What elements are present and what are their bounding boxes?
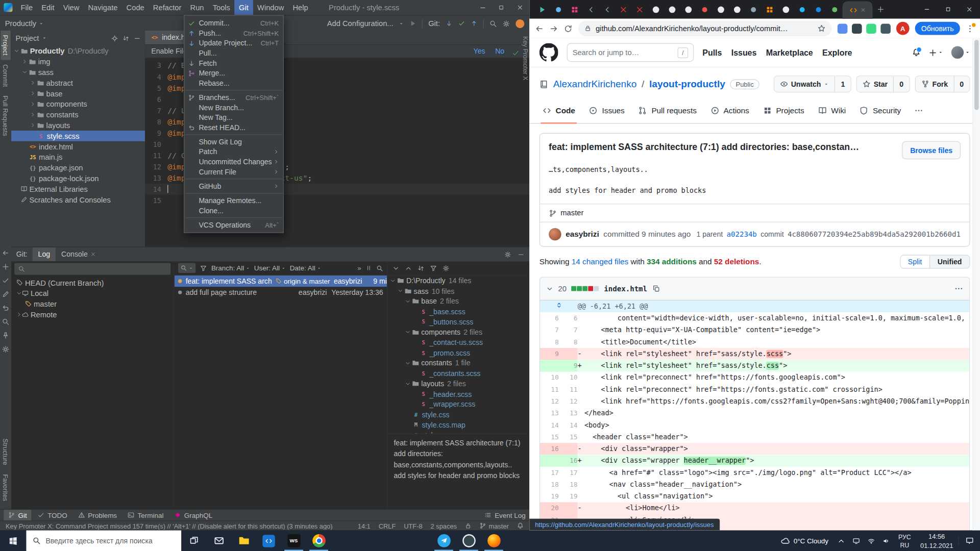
firefox[interactable] [481,531,506,551]
project-tree-item[interactable]: JSmain.js [11,152,145,163]
x-icon[interactable] [861,8,866,13]
changed-file-item[interactable]: S_constants.scss [387,368,529,379]
git-menu-item-manage-remotes[interactable]: Manage Remotes... [184,195,283,206]
diff-filename[interactable]: index.html [604,284,647,293]
branch-tree-item[interactable]: Remote [11,309,174,320]
project-tree-item[interactable]: Scratches and Consoles [11,194,145,205]
git-menu-item-reset-head[interactable]: Reset HEAD... [184,122,283,133]
screen-recorder[interactable] [456,531,481,551]
toggle-unified[interactable]: Unified [929,256,969,268]
status-14-1[interactable]: 14:1 [358,522,371,530]
user-menu[interactable] [951,46,970,59]
tool-button-todo[interactable]: TODO [33,510,71,521]
menu-help[interactable]: Help [288,0,312,15]
project-tree-item[interactable]: layouts [11,120,145,131]
changed-file-item[interactable]: components2 files [387,327,529,337]
toolwindow-pull-requests[interactable]: Pull Requests [1,91,11,140]
git-menu-item-new-tag[interactable]: New Tag... [184,112,283,122]
changed-files-link[interactable]: 14 changed files [572,258,628,266]
gear-icon[interactable] [502,20,510,28]
browser-tab[interactable] [534,1,550,17]
git-menu-item-merge[interactable]: Merge... [184,68,283,78]
search-icon[interactable] [376,265,383,271]
menu-tools[interactable]: Tools [208,0,234,15]
lock-icon[interactable] [584,25,591,32]
chevron-up-icon[interactable] [405,265,411,271]
menu-view[interactable]: View [59,0,84,15]
project-tree-item[interactable]: Productly D:\Productly [11,45,145,56]
filter-date-all[interactable]: Date: All [290,264,321,272]
project-tree-item[interactable]: {}package-lock.json [11,173,145,184]
file-explorer[interactable] [231,531,256,551]
menu-edit[interactable]: Edit [37,0,59,15]
nav-pulls[interactable]: Pulls [702,48,722,57]
forward-icon[interactable] [549,24,558,33]
funnel-icon[interactable] [200,265,207,271]
menu-file[interactable]: File [16,0,37,15]
toolwindow-favorites[interactable]: Favorites [1,470,11,506]
git-menu-item-clone[interactable]: Clone... [184,206,283,216]
browser-tab[interactable] [810,1,826,17]
maximize-icon[interactable] [938,0,959,19]
gear-icon[interactable] [2,345,10,353]
language-indicator[interactable]: РУСRU [894,533,916,549]
minimize-icon[interactable] [473,0,492,15]
menu-window[interactable]: Window [253,0,288,15]
swap-icon[interactable] [418,265,424,271]
project-tree-item[interactable]: components [11,98,145,109]
task-view-button[interactable] [181,531,206,551]
repo-action-star[interactable]: Star0 [856,76,910,92]
repo-tab-issues[interactable]: Issues [582,98,631,123]
git-menu-item-fetch[interactable]: Fetch [184,58,283,68]
git-menu-item-commit[interactable]: Commit...Ctrl+K [184,18,283,29]
filter-user-all[interactable]: User: All [254,264,285,272]
notifications-bell-icon[interactable] [912,48,921,57]
gear-icon[interactable] [443,265,449,271]
changed-file-item[interactable]: S_promo.scss [387,347,529,358]
nav-explore[interactable]: Explore [822,48,852,57]
browser-tab[interactable] [664,1,680,17]
start-button[interactable] [0,531,26,551]
status-utf-8[interactable]: UTF-8 [404,522,422,530]
repo-name-link[interactable]: layout-productly [649,79,725,90]
scrollbar-thumb[interactable] [974,40,979,110]
changed-file-item[interactable]: D:\Productly14 files [387,276,529,286]
tool-button-git[interactable]: Git [4,510,31,521]
menu-git[interactable]: Git [235,0,253,15]
project-panel-title[interactable]: Project [16,34,39,42]
action-center-button[interactable] [958,537,980,545]
extension-icon[interactable] [880,23,891,34]
branch-tree-item[interactable]: Local [11,288,174,298]
github-logo-icon[interactable] [540,43,558,62]
browser-tab[interactable] [713,1,729,17]
breadcrumb[interactable]: Productly [5,19,44,28]
key-promoter-tool-window[interactable]: Key Promoter X [522,36,528,80]
more-filters[interactable]: » [357,264,361,272]
browser-tab[interactable] [615,1,631,17]
event-log-button[interactable]: Event Log [485,511,526,519]
project-tree-item[interactable]: External Libraries [11,184,145,194]
browser-tab[interactable] [631,1,648,17]
browser-tab[interactable] [550,1,567,17]
plus-icon[interactable] [2,263,10,271]
search-icon[interactable] [489,20,497,28]
changed-file-item[interactable]: S_contact-us.scss [387,337,529,347]
copy-icon[interactable] [652,285,660,293]
changed-file-item[interactable]: layouts2 files [387,379,529,389]
branch-search-input[interactable] [14,263,170,275]
branch-tree-item[interactable]: master [11,298,174,309]
menu-navigate[interactable]: Navigate [84,0,122,15]
browser-tab[interactable] [794,1,810,17]
chrome[interactable] [306,531,331,551]
changed-file-item[interactable]: Sstyle.scss [387,430,529,434]
minus-icon[interactable] [518,251,524,258]
menu-refactor[interactable]: Refactor [149,0,186,15]
browser-tab[interactable] [582,1,599,17]
repo-tab-pull-requests[interactable]: Pull requests [631,98,703,123]
scrollbar[interactable] [972,38,980,531]
commit-row[interactable]: add full page structureeasybriziYesterda… [175,287,387,298]
pause-icon[interactable] [365,265,372,271]
browser-tab[interactable] [761,1,777,17]
funnel-icon[interactable] [430,265,436,271]
project-tree-item[interactable]: {}package.json [11,162,145,173]
